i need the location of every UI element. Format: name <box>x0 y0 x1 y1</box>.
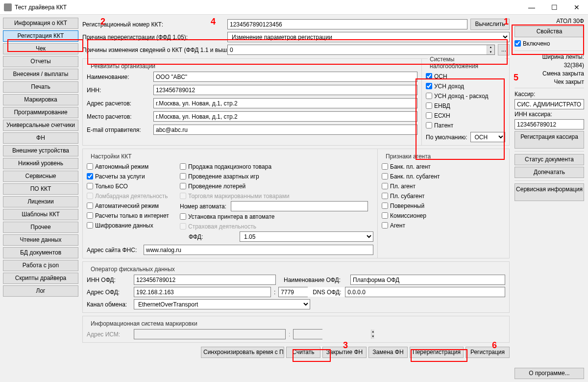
replace-fn-button[interactable]: Замена ФН <box>368 347 408 358</box>
org-email-input[interactable] <box>153 125 417 135</box>
ism-addr-input <box>134 329 286 339</box>
agent-3[interactable]: Пл. субагент <box>382 191 505 201</box>
nav-информация-о-ккт[interactable]: Информация о ККТ <box>3 18 78 29</box>
nav-маркировка[interactable]: Маркировка <box>3 94 78 105</box>
reg-button[interactable]: Регистрация <box>466 347 510 358</box>
reg-cashier-button[interactable]: Регистрация кассира <box>514 131 584 149</box>
org-place-label: Место расчетов: <box>87 113 150 120</box>
reasons11-spin[interactable]: ▲▼ <box>227 45 495 55</box>
enabled-checkbox[interactable]: Включено <box>514 39 584 48</box>
nav-отчеты[interactable]: Отчеты <box>3 56 78 67</box>
reason-select[interactable]: Изменение параметров регистрации <box>227 32 510 42</box>
agent-0[interactable]: Банк. пл. агент <box>382 162 505 171</box>
agent-1[interactable]: Банк. пл. субагент <box>382 172 505 181</box>
nav-внешние-устройства[interactable]: Внешние устройства <box>3 145 78 156</box>
tax-legend: Системы налогообложения <box>428 56 505 70</box>
sync-time-button[interactable]: Синхронизировать время с ПК <box>201 347 284 358</box>
window-title: Тест драйвера ККТ <box>15 4 520 11</box>
nav-работа-с-json[interactable]: Работа с json <box>3 260 78 271</box>
tax-2[interactable]: УСН доход - расход <box>426 91 505 101</box>
nav-чек[interactable]: Чек <box>3 43 78 54</box>
kkt1-6[interactable]: Шифрование данных <box>87 221 170 230</box>
agent-5[interactable]: Комиссионер <box>382 211 505 220</box>
tax-0[interactable]: ОСН <box>426 72 505 81</box>
tax-default-select[interactable]: ОСН <box>470 132 506 142</box>
nav-сервисные[interactable]: Сервисные <box>3 171 78 182</box>
kkt2-3: Торговля маркированными товарами <box>180 191 373 201</box>
tax-default-label: По умолчанию: <box>426 134 467 141</box>
maximize-button[interactable]: ☐ <box>543 0 565 15</box>
org-place-input[interactable] <box>153 111 417 122</box>
cashier-inn-label: ИНН кассира: <box>514 111 584 118</box>
doc-status-button[interactable]: Статус документа <box>514 154 584 165</box>
ofd-name-input[interactable] <box>350 275 505 285</box>
tax-5[interactable]: Патент <box>426 121 505 130</box>
nav-универсальные-счетчики[interactable]: Универсальные счетчики <box>3 120 78 131</box>
about-button[interactable]: О программе... <box>514 368 584 379</box>
agent-4[interactable]: Поверенный <box>382 201 505 210</box>
nav-фн[interactable]: ФН <box>3 132 78 144</box>
org-addr-input[interactable] <box>153 98 417 108</box>
cashier-input[interactable] <box>514 99 584 109</box>
kkt1-2[interactable]: Только БСО <box>87 181 170 191</box>
ofd-port-spin[interactable]: ▲▼ <box>278 287 308 297</box>
nav-программирование[interactable]: Программирование <box>3 107 78 118</box>
nav-скрипты-драйвера[interactable]: Скрипты драйвера <box>3 273 78 284</box>
service-info-button[interactable]: Сервисная информация <box>514 183 584 201</box>
org-inn-input[interactable] <box>153 85 417 95</box>
cashier-inn-input[interactable] <box>514 119 584 129</box>
org-addr-label: Адрес расчетов: <box>87 100 150 107</box>
automat-no-input[interactable] <box>231 201 368 211</box>
kkt1-1[interactable]: Расчеты за услуги <box>87 172 170 181</box>
kkt2-6: Страховая деятельность <box>180 222 373 231</box>
kkt2-5[interactable]: Установка принтера в автомате <box>180 212 373 221</box>
nav-по-ккт[interactable]: ПО ККТ <box>3 183 78 195</box>
reprint-button[interactable]: Допечатать <box>514 167 584 178</box>
nav-печать[interactable]: Печать <box>3 81 78 93</box>
nav-лог[interactable]: Лог <box>3 285 78 297</box>
org-name-input[interactable] <box>153 72 417 82</box>
nav-чтение-данных[interactable]: Чтение данных <box>3 234 78 246</box>
reg-num-input[interactable] <box>227 19 467 29</box>
ofd-inn-input[interactable] <box>134 275 276 285</box>
calc-button[interactable]: Вычислить <box>470 19 510 30</box>
fns-input[interactable] <box>144 245 373 255</box>
org-name-label: Наименование: <box>87 74 150 80</box>
minimize-button[interactable]: — <box>520 0 543 15</box>
kkt1-0[interactable]: Автономный режим <box>87 162 170 171</box>
nav-внесения-выплаты[interactable]: Внесения / выплаты <box>3 69 78 80</box>
props-button[interactable]: Свойства <box>514 26 584 37</box>
tax-1[interactable]: УСН доход <box>426 81 505 91</box>
nav-шаблоны-ккт[interactable]: Шаблоны ККТ <box>3 209 78 220</box>
org-legend: Реквизиты организации <box>89 63 157 70</box>
tax-3[interactable]: ЕНВД <box>426 101 505 110</box>
center-panel: Регистрационный номер ККТ: Вычислить При… <box>79 17 513 380</box>
ffd-select[interactable]: 1.05 <box>240 231 373 242</box>
kkt1-3: Ломбардная деятельность <box>87 191 170 201</box>
nav-бд-документов[interactable]: БД документов <box>3 247 78 258</box>
nav-нижний-уровень[interactable]: Нижний уровень <box>3 158 78 169</box>
app-icon <box>4 3 12 11</box>
nav-прочее[interactable]: Прочее <box>3 222 78 233</box>
ism-legend: Информационная система маркировки <box>89 320 199 327</box>
ofd-dns-input[interactable] <box>345 287 505 297</box>
kkt2-1[interactable]: Проведение азартных игр <box>180 172 373 181</box>
ofd-addr-input[interactable] <box>134 287 271 297</box>
kkt1-4[interactable]: Автоматический режим <box>87 201 170 210</box>
agent-6[interactable]: Агент <box>382 221 505 230</box>
agent-2[interactable]: Пл. агент <box>382 181 505 191</box>
ofd-addr-label: Адрес ОФД: <box>87 289 131 296</box>
nav-лицензии[interactable]: Лицензии <box>3 196 78 207</box>
tax-4[interactable]: ЕСХН <box>426 111 505 120</box>
kkt-legend: Настройки ККТ <box>89 153 133 160</box>
kkt2-0[interactable]: Продажа подакцизного товара <box>180 162 373 171</box>
kkt2-2[interactable]: Проведение лотерей <box>180 181 373 191</box>
rereg-button[interactable]: Перерегистрация <box>410 347 464 358</box>
kkt1-5[interactable]: Расчеты только в интернет <box>87 211 170 220</box>
read-button[interactable]: Считать <box>286 347 320 358</box>
reasons11-dots[interactable]: ... <box>498 44 510 55</box>
close-fn-button[interactable]: Закрытие ФН <box>322 347 367 358</box>
ofd-chan-select[interactable]: EthernetOverTransport <box>134 299 310 309</box>
close-button[interactable]: ✕ <box>565 0 588 15</box>
nav-регистрация-ккт[interactable]: Регистрация ККТ <box>3 30 78 42</box>
